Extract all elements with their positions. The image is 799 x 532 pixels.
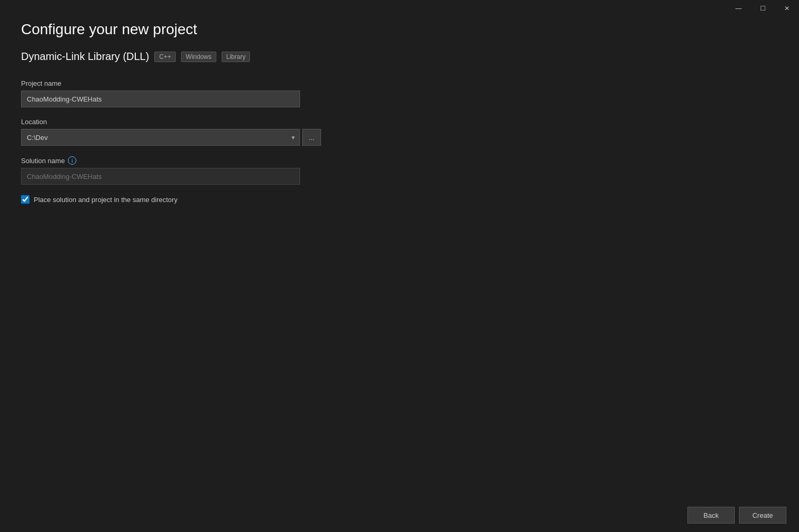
maximize-button[interactable]: ☐ <box>751 0 775 17</box>
solution-name-group: Solution name i <box>21 156 778 185</box>
project-type-name: Dynamic-Link Library (DLL) <box>21 51 149 63</box>
tag-windows: Windows <box>181 52 216 62</box>
project-name-input[interactable] <box>21 91 300 107</box>
info-icon: i <box>68 156 76 165</box>
create-button[interactable]: Create <box>739 507 786 524</box>
solution-name-label: Solution name <box>21 157 65 165</box>
back-button[interactable]: Back <box>687 507 735 524</box>
solution-name-label-row: Solution name i <box>21 156 778 165</box>
project-name-label: Project name <box>21 79 778 87</box>
title-bar: — ☐ ✕ <box>726 0 799 17</box>
location-group: Location C:\Dev ▼ ... <box>21 118 778 146</box>
page-title: Configure your new project <box>21 21 778 38</box>
solution-name-input[interactable] <box>21 168 300 185</box>
bottom-bar: Back Create <box>0 498 799 532</box>
same-directory-row: Place solution and project in the same d… <box>21 195 778 204</box>
location-select-wrapper: C:\Dev ▼ <box>21 129 300 146</box>
same-directory-label[interactable]: Place solution and project in the same d… <box>34 196 177 204</box>
location-label: Location <box>21 118 778 126</box>
close-button[interactable]: ✕ <box>775 0 799 17</box>
tag-cpp: C++ <box>154 52 176 62</box>
project-name-group: Project name <box>21 79 778 107</box>
location-select[interactable]: C:\Dev <box>21 129 300 146</box>
browse-button[interactable]: ... <box>302 129 321 146</box>
project-type-row: Dynamic-Link Library (DLL) C++ Windows L… <box>21 51 778 63</box>
minimize-button[interactable]: — <box>726 0 751 17</box>
main-content: Configure your new project Dynamic-Link … <box>21 21 778 490</box>
location-row: C:\Dev ▼ ... <box>21 129 778 146</box>
same-directory-checkbox[interactable] <box>21 195 29 204</box>
tag-library: Library <box>222 52 251 62</box>
